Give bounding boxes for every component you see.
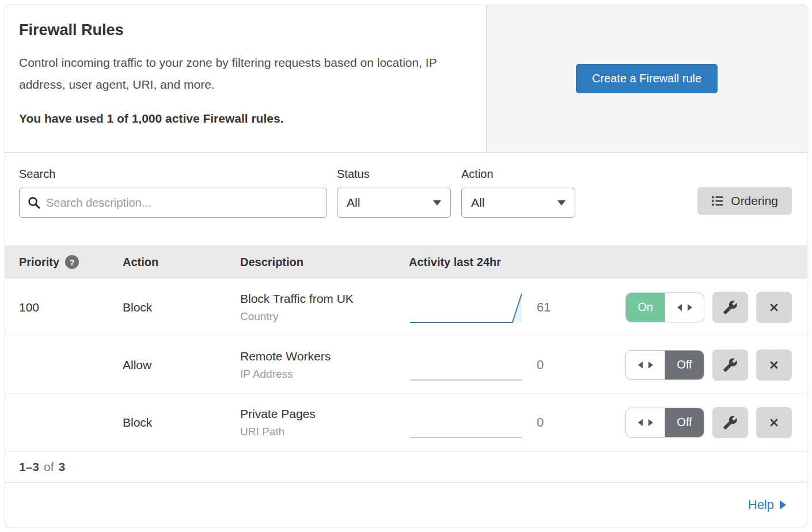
wrench-icon xyxy=(723,300,738,315)
toggle-drag-handle-icon[interactable] xyxy=(665,293,704,322)
header-text-block: Firewall Rules Control incoming traffic … xyxy=(5,5,486,152)
priority-help-icon[interactable]: ? xyxy=(65,255,79,269)
wrench-icon xyxy=(723,358,738,373)
rule-enabled-toggle[interactable]: Off xyxy=(625,408,704,438)
status-label: Status xyxy=(337,168,451,181)
create-rule-panel: Create a Firewall rule xyxy=(486,5,807,152)
toggle-state-label: Off xyxy=(665,351,704,379)
toggle-state-label: On xyxy=(626,293,665,322)
column-activity: Activity last 24hr xyxy=(409,256,501,268)
column-description: Description xyxy=(240,256,303,268)
delete-rule-button[interactable] xyxy=(756,349,792,381)
action-select[interactable]: All xyxy=(461,188,575,218)
action-filter-group: Action All xyxy=(461,168,575,218)
rule-type: Country xyxy=(240,310,409,323)
rule-description: Block Traffic from UK xyxy=(240,292,409,306)
chevron-down-icon xyxy=(433,200,441,206)
status-select[interactable]: All xyxy=(337,188,451,218)
arrow-right-icon xyxy=(780,500,786,510)
activity-count: 0 xyxy=(537,358,544,372)
ordering-button[interactable]: Ordering xyxy=(697,187,792,215)
status-selected-value: All xyxy=(347,196,360,210)
table-row: Block Private Pages URI Path 0 Off xyxy=(5,394,807,451)
pagination-total: 3 xyxy=(59,460,66,474)
edit-rule-button[interactable] xyxy=(712,407,748,438)
pagination-range: 1–3 xyxy=(19,460,39,474)
column-action: Action xyxy=(123,256,158,268)
pagination-of: of xyxy=(44,460,54,474)
list-ordering-icon xyxy=(711,195,724,207)
wrench-icon xyxy=(723,415,738,430)
search-input[interactable] xyxy=(19,188,327,218)
search-label: Search xyxy=(19,168,327,181)
usage-summary: You have used 1 of 1,000 active Firewall… xyxy=(19,112,468,126)
table-row: Allow Remote Workers IP Address 0 Off xyxy=(5,336,807,394)
toggle-state-label: Off xyxy=(665,408,704,437)
search-icon xyxy=(27,196,41,210)
close-icon xyxy=(767,416,781,430)
toggle-drag-handle-icon[interactable] xyxy=(626,351,665,379)
edit-rule-button[interactable] xyxy=(712,349,748,381)
delete-rule-button[interactable] xyxy=(756,407,792,438)
page-title: Firewall Rules xyxy=(19,21,468,39)
help-link-label: Help xyxy=(748,497,774,512)
rule-action: Block xyxy=(123,416,152,429)
ordering-button-label: Ordering xyxy=(731,194,778,208)
create-firewall-rule-button[interactable]: Create a Firewall rule xyxy=(576,64,718,93)
delete-rule-button[interactable] xyxy=(756,292,792,323)
page-header: Firewall Rules Control incoming traffic … xyxy=(5,5,807,153)
activity-count: 61 xyxy=(537,300,551,314)
filter-bar: Search Status All Action All xyxy=(5,153,807,245)
status-filter-group: Status All xyxy=(337,168,451,218)
action-selected-value: All xyxy=(471,196,484,210)
rule-action: Block xyxy=(123,301,152,314)
pagination-bar: 1–3 of 3 xyxy=(5,451,807,483)
rule-description: Private Pages xyxy=(240,407,409,421)
close-icon xyxy=(767,301,781,314)
help-link[interactable]: Help xyxy=(748,497,786,512)
activity-count: 0 xyxy=(537,415,544,430)
edit-rule-button[interactable] xyxy=(712,292,748,323)
activity-sparkline xyxy=(409,406,524,439)
activity-sparkline xyxy=(409,348,524,382)
toggle-drag-handle-icon[interactable] xyxy=(626,408,665,437)
action-label: Action xyxy=(461,168,575,181)
page-description: Control incoming traffic to your zone by… xyxy=(19,52,462,96)
bottom-bar: Help xyxy=(5,483,807,527)
table-header: Priority ? Action Description Activity l… xyxy=(5,245,807,279)
search-box xyxy=(19,188,327,218)
rule-priority: 100 xyxy=(19,301,39,314)
close-icon xyxy=(767,358,781,372)
rule-enabled-toggle[interactable]: Off xyxy=(625,350,704,380)
rule-type: IP Address xyxy=(240,368,409,381)
rule-action: Allow xyxy=(123,358,151,371)
activity-sparkline xyxy=(409,291,524,324)
column-priority: Priority xyxy=(19,256,59,269)
rule-enabled-toggle[interactable]: On xyxy=(625,292,704,322)
chevron-down-icon xyxy=(557,200,566,206)
rule-type: URI Path xyxy=(240,425,409,438)
rule-description: Remote Workers xyxy=(240,349,409,363)
search-group: Search xyxy=(19,168,327,218)
firewall-rules-card: Firewall Rules Control incoming traffic … xyxy=(5,5,807,527)
table-row: 100 Block Block Traffic from UK Country … xyxy=(5,279,807,336)
